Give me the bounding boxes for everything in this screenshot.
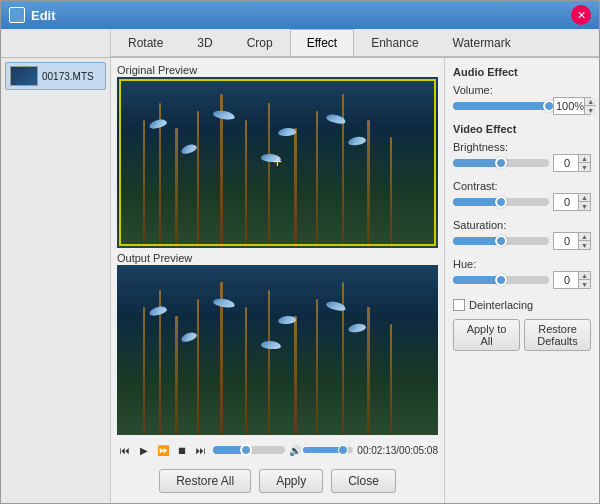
contrast-slider[interactable] <box>453 198 549 206</box>
output-video-scene <box>117 265 438 436</box>
title-bar-left: Edit <box>9 7 56 23</box>
apply-to-all-button[interactable]: Apply to All <box>453 319 520 351</box>
tab-rotate[interactable]: Rotate <box>111 29 180 56</box>
contrast-fill <box>453 198 501 206</box>
hue-control-row: Hue: 0 ▲ ▼ <box>453 258 591 289</box>
seek-bar[interactable] <box>213 446 285 454</box>
skip-end-button[interactable]: ⏭ <box>193 442 209 458</box>
brightness-label: Brightness: <box>453 141 591 153</box>
close-button[interactable]: ✕ <box>571 5 591 25</box>
brightness-spinbox[interactable]: 0 ▲ ▼ <box>553 154 591 172</box>
output-preview-section: Output Preview <box>117 252 438 436</box>
brightness-slider-row: 0 ▲ ▼ <box>453 154 591 172</box>
saturation-fill <box>453 237 501 245</box>
brightness-down[interactable]: ▼ <box>578 163 590 171</box>
volume-control: 🔊 <box>289 445 353 456</box>
hue-handle[interactable] <box>495 274 507 286</box>
tab-bar: Rotate 3D Crop Effect Enhance Watermark <box>111 29 599 57</box>
play-button[interactable]: ▶ <box>136 442 152 458</box>
brightness-fill <box>453 159 501 167</box>
title-bar: Edit ✕ <box>1 1 599 29</box>
volume-slider-fill <box>453 102 549 110</box>
playback-controls: ⏮ ▶ ⏩ ⏹ ⏭ <box>117 442 209 458</box>
volume-icon: 🔊 <box>289 445 301 456</box>
hue-spinbox[interactable]: 0 ▲ ▼ <box>553 271 591 289</box>
contrast-label: Contrast: <box>453 180 591 192</box>
brightness-slider[interactable] <box>453 159 549 167</box>
tab-3d[interactable]: 3D <box>180 29 229 56</box>
saturation-val: 0 <box>556 235 578 247</box>
file-name: 00173.MTS <box>42 71 94 82</box>
contrast-control-row: Contrast: 0 ▲ ▼ <box>453 180 591 211</box>
file-thumbnail <box>10 66 38 86</box>
contrast-arrows: ▲ ▼ <box>578 194 590 210</box>
audio-effect-title: Audio Effect <box>453 66 591 78</box>
volume-spinbox[interactable]: 100% ▲ ▼ <box>553 97 591 115</box>
time-display: 00:02:13/00:05:08 <box>357 445 438 456</box>
brightness-val: 0 <box>556 157 578 169</box>
fast-forward-button[interactable]: ⏩ <box>155 442 171 458</box>
saturation-down[interactable]: ▼ <box>578 241 590 249</box>
app-icon <box>9 7 25 23</box>
volume-down-arrow[interactable]: ▼ <box>584 106 596 114</box>
saturation-handle[interactable] <box>495 235 507 247</box>
main-panel: Original Preview <box>111 58 444 503</box>
saturation-arrows: ▲ ▼ <box>578 233 590 249</box>
playback-bar: ⏮ ▶ ⏩ ⏹ ⏭ 🔊 00:02:13/00:05 <box>117 439 438 461</box>
tab-crop[interactable]: Crop <box>230 29 290 56</box>
apply-button[interactable]: Apply <box>259 469 323 493</box>
hue-up[interactable]: ▲ <box>578 272 590 280</box>
apply-restore-row: Apply to All Restore Defaults <box>453 319 591 351</box>
saturation-slider-row: 0 ▲ ▼ <box>453 232 591 250</box>
volume-up-arrow[interactable]: ▲ <box>584 98 596 106</box>
deinterlacing-label: Deinterlacing <box>469 299 533 311</box>
volume-spinbox-arrows: ▲ ▼ <box>584 98 596 114</box>
volume-fill <box>303 447 343 453</box>
volume-effect-slider[interactable] <box>453 102 549 110</box>
contrast-handle[interactable] <box>495 196 507 208</box>
hue-slider-row: 0 ▲ ▼ <box>453 271 591 289</box>
hue-slider[interactable] <box>453 276 549 284</box>
saturation-control-row: Saturation: 0 ▲ ▼ <box>453 219 591 250</box>
contrast-val: 0 <box>556 196 578 208</box>
saturation-slider[interactable] <box>453 237 549 245</box>
deinterlacing-checkbox[interactable] <box>453 299 465 311</box>
brightness-arrows: ▲ ▼ <box>578 155 590 171</box>
original-preview-box: + <box>117 77 438 248</box>
original-label: Original Preview <box>117 64 438 76</box>
right-panel: Audio Effect Volume: 100% ▲ ▼ <box>444 58 599 503</box>
tab-effect[interactable]: Effect <box>290 29 354 56</box>
contrast-up[interactable]: ▲ <box>578 194 590 202</box>
tab-enhance[interactable]: Enhance <box>354 29 435 56</box>
brightness-handle[interactable] <box>495 157 507 169</box>
window-title: Edit <box>31 8 56 23</box>
hue-val: 0 <box>556 274 578 286</box>
saturation-up[interactable]: ▲ <box>578 233 590 241</box>
left-panel: 00173.MTS <box>1 58 111 503</box>
seek-handle[interactable] <box>240 444 252 456</box>
saturation-spinbox[interactable]: 0 ▲ ▼ <box>553 232 591 250</box>
hue-fill <box>453 276 501 284</box>
tab-watermark[interactable]: Watermark <box>436 29 528 56</box>
original-video-scene <box>117 77 438 248</box>
contrast-spinbox[interactable]: 0 ▲ ▼ <box>553 193 591 211</box>
file-item[interactable]: 00173.MTS <box>5 62 106 90</box>
volume-slider-row: 100% ▲ ▼ <box>453 97 591 115</box>
contrast-down[interactable]: ▼ <box>578 202 590 210</box>
skip-start-button[interactable]: ⏮ <box>117 442 133 458</box>
volume-slider[interactable] <box>303 447 353 453</box>
output-preview-box <box>117 265 438 436</box>
hue-down[interactable]: ▼ <box>578 280 590 288</box>
video-effect-title: Video Effect <box>453 123 591 135</box>
volume-spinbox-val: 100% <box>556 100 584 112</box>
close-dialog-button[interactable]: Close <box>331 469 396 493</box>
brightness-up[interactable]: ▲ <box>578 155 590 163</box>
stop-button[interactable]: ⏹ <box>174 442 190 458</box>
restore-all-button[interactable]: Restore All <box>159 469 251 493</box>
volume-handle[interactable] <box>338 445 348 455</box>
volume-label: Volume: <box>453 84 591 96</box>
restore-defaults-button[interactable]: Restore Defaults <box>524 319 591 351</box>
edit-window: Edit ✕ Rotate 3D Crop Effect Enhance Wat… <box>0 0 600 504</box>
hue-arrows: ▲ ▼ <box>578 272 590 288</box>
bottom-buttons: Restore All Apply Close <box>117 465 438 497</box>
